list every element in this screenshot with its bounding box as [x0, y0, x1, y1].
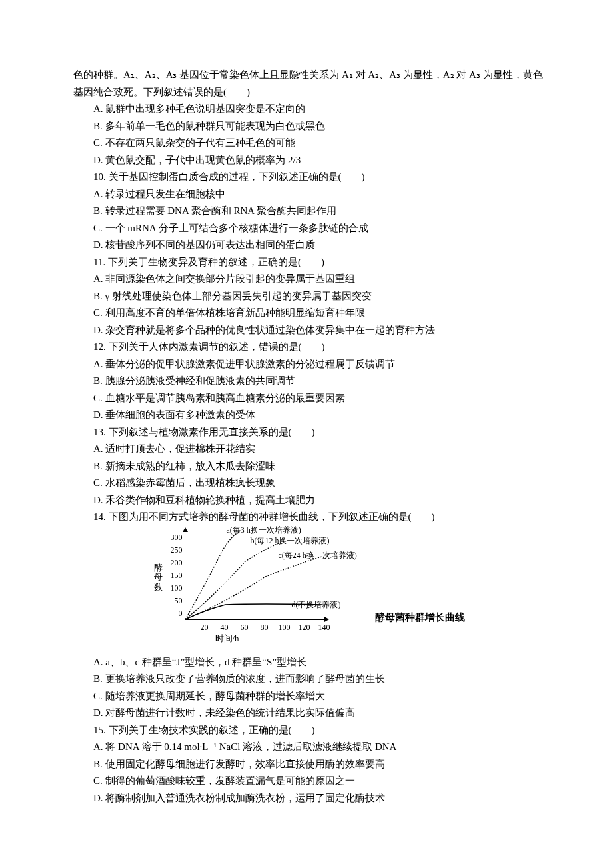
q13-option-b: B. 新摘未成熟的红柿，放入木瓜去除涩味 — [73, 458, 546, 475]
x-axis-label: 时间/h — [215, 631, 239, 646]
q11-option-c: C. 利用高度不育的单倍体植株培育新品种能明显缩短育种年限 — [73, 305, 546, 322]
q11-stem: 11. 下列关于生物变异及育种的叙述，正确的是( ) — [73, 254, 546, 271]
q10-option-d: D. 核苷酸序列不同的基因仍可表达出相同的蛋白质 — [73, 237, 546, 254]
q13-option-c: C. 水稻感染赤霉菌后，出现植株疯长现象 — [73, 475, 546, 492]
curve-b — [185, 541, 285, 619]
q15-option-a: A. 将 DNA 溶于 0.14 mol·L⁻¹ NaCl 溶液，过滤后取滤液继… — [73, 739, 546, 756]
y-axis-label: 酵 母 数 — [154, 563, 163, 593]
q11-option-a: A. 非同源染色体之间交换部分片段引起的变异属于基因重组 — [73, 271, 546, 288]
q13-stem: 13. 下列叙述与植物激素作用无直接关系的是( ) — [73, 424, 546, 441]
q10-option-b: B. 转录过程需要 DNA 聚合酶和 RNA 聚合酶共同起作用 — [73, 203, 546, 220]
q10-stem: 10. 关于基因控制蛋白质合成的过程，下列叙述正确的是( ) — [73, 169, 546, 186]
q14-stem: 14. 下图为用不同方式培养的酵母菌的种群增长曲线，下列叙述正确的是( ) — [73, 509, 546, 526]
q9-option-c: C. 不存在两只鼠杂交的子代有三种毛色的可能 — [73, 135, 546, 152]
q12-option-d: D. 垂体细胞的表面有多种激素的受体 — [73, 407, 546, 424]
q15-option-c: C. 制得的葡萄酒酸味较重，发酵装置漏气是可能的原因之一 — [73, 773, 546, 790]
yeast-chart: 酵 母 数 300 250 200 150 100 50 0 a(每3 h换一次… — [155, 531, 348, 645]
q14-option-c: C. 随培养液更换周期延长，酵母菌种群的增长率增大 — [73, 688, 546, 705]
q15-stem: 15. 下列关于生物技术实践的叙述，正确的是( ) — [73, 722, 546, 739]
q12-option-a: A. 垂体分泌的促甲状腺激素促进甲状腺激素的分泌过程属于反馈调节 — [73, 356, 546, 373]
q11-option-b: B. γ 射线处理使染色体上部分基因丢失引起的变异属于基因突变 — [73, 288, 546, 305]
q15-option-b: B. 使用固定化酵母细胞进行发酵时，效率比直接使用酶的效率要高 — [73, 756, 546, 773]
q11-option-d: D. 杂交育种就是将多个品种的优良性状通过染色体变异集中在一起的育种方法 — [73, 322, 546, 339]
q14-option-d: D. 对酵母菌进行计数时，未经染色的统计结果比实际值偏高 — [73, 705, 546, 722]
q12-option-c: C. 血糖水平是调节胰岛素和胰高血糖素分泌的最重要因素 — [73, 390, 546, 407]
q10-option-a: A. 转录过程只发生在细胞核中 — [73, 186, 546, 203]
q9-option-a: A. 鼠群中出现多种毛色说明基因突变是不定向的 — [73, 101, 546, 118]
y-ticks: 300 250 200 150 100 50 0 — [164, 531, 183, 620]
plot-area: a(每3 h换一次培养液) b(每12 h换一次培养液) c(每24 h换一次培… — [185, 531, 325, 620]
q9-intro: 色的种群。A₁、A₂、A₃ 基因位于常染色体上且显隐性关系为 A₁ 对 A₂、A… — [73, 67, 546, 101]
q12-option-b: B. 胰腺分泌胰液受神经和促胰液素的共同调节 — [73, 373, 546, 390]
q14-option-b: B. 更换培养液只改变了营养物质的浓度，进而影响了酵母菌的生长 — [73, 671, 546, 688]
label-d: d(不换培养液) — [292, 598, 341, 611]
figure-caption: 酵母菌种群增长曲线 — [375, 609, 465, 645]
q15-option-d: D. 将酶制剂加入普通洗衣粉制成加酶洗衣粉，运用了固定化酶技术 — [73, 790, 546, 807]
curve-a — [185, 533, 239, 619]
label-b: b(每12 h换一次培养液) — [251, 534, 330, 547]
q9-option-b: B. 多年前单一毛色的鼠种群只可能表现为白色或黑色 — [73, 118, 546, 135]
q9-option-d: D. 黄色鼠交配，子代中出现黄色鼠的概率为 2/3 — [73, 152, 546, 169]
q13-option-a: A. 适时打顶去心，促进棉株开花结实 — [73, 441, 546, 458]
q12-stem: 12. 下列关于人体内激素调节的叙述，错误的是( ) — [73, 339, 546, 356]
q14-option-a: A. a、b、c 种群呈“J”型增长，d 种群呈“S”型增长 — [73, 654, 546, 671]
q10-option-c: C. 一个 mRNA 分子上可结合多个核糖体进行一条多肽链的合成 — [73, 220, 546, 237]
q13-option-d: D. 禾谷类作物和豆科植物轮换种植，提高土壤肥力 — [73, 492, 546, 509]
label-c: c(每24 h换一次培养液) — [279, 549, 357, 562]
q14-figure: 酵 母 数 300 250 200 150 100 50 0 a(每3 h换一次… — [73, 531, 546, 645]
